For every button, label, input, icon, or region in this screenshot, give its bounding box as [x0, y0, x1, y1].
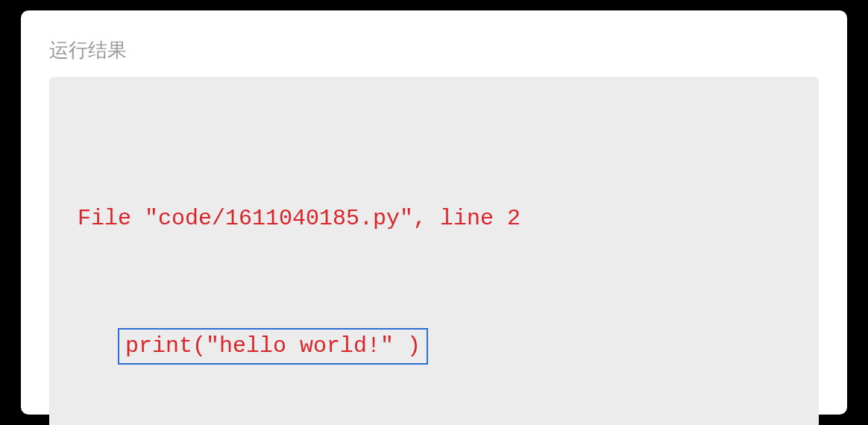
traceback-file-line: File "code/1611040185.py", line 2	[78, 198, 790, 240]
indent-space	[78, 325, 118, 368]
traceback-code-line: print("hello world!" )	[78, 325, 790, 368]
output-panel: File "code/1611040185.py", line 2 print(…	[49, 77, 819, 425]
section-title: 运行结果	[49, 37, 819, 63]
highlighted-code-box: print("hello world!" )	[118, 328, 428, 365]
result-card: 运行结果 File "code/1611040185.py", line 2 p…	[21, 10, 847, 415]
